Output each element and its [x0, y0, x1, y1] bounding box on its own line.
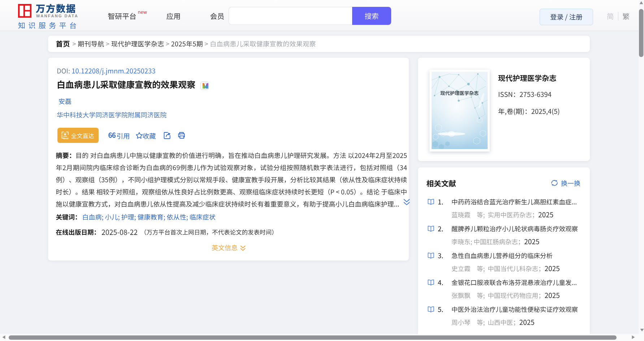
svg-text:free: free [63, 137, 69, 140]
